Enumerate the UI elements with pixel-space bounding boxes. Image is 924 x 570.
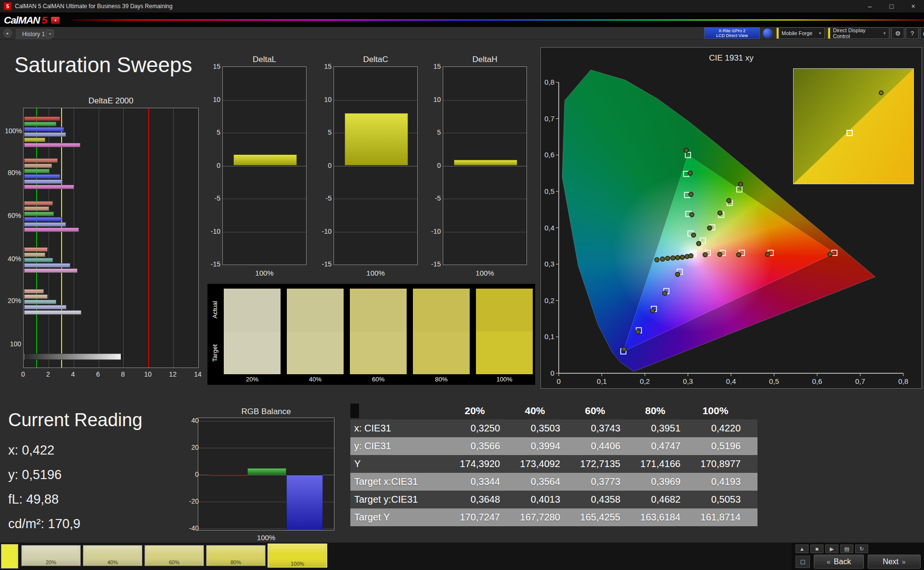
refresh-icon[interactable]: ↻ [855, 545, 868, 553]
page-title: Saturation Sweeps [14, 53, 192, 77]
cie-measured-point [718, 252, 722, 256]
target-swatch [476, 331, 533, 374]
meter-button[interactable]: X-Rite i1Pro 2 LCD Direct View [704, 27, 760, 39]
reading-fl: fL: 49,88 [8, 492, 142, 507]
cie-measured-point [688, 171, 692, 176]
row-label: Y [350, 455, 445, 473]
eject-icon[interactable]: ▲ [796, 545, 808, 553]
print-icon[interactable]: ▤ [840, 545, 853, 553]
svg-text:0,6: 0,6 [812, 377, 822, 385]
cie-title: CIE 1931 xy [541, 53, 922, 63]
meter-badge-icon[interactable] [762, 28, 773, 38]
delta-c-title: DeltaC [334, 55, 418, 64]
y-tick-label: -15 [315, 260, 332, 268]
active-color-patch [1, 544, 18, 569]
gridline [123, 108, 124, 367]
close-button[interactable]: × [902, 0, 924, 13]
gridline [223, 133, 306, 133]
delta-c-panel: DeltaC 100% 151050-5-10-15 [313, 54, 425, 284]
saturation-level-label: 60% [5, 212, 21, 219]
x-tick-label: 10 [141, 370, 154, 378]
pattern-window-button[interactable]: □ [796, 556, 810, 568]
saturation-level-label: 40% [5, 255, 21, 263]
gridline [443, 133, 526, 133]
gridline [173, 108, 174, 367]
cie-measured-point [703, 253, 707, 257]
cie-measured-point [696, 241, 701, 246]
chevron-down-icon: ▼ [880, 31, 889, 36]
table-row-fill [745, 473, 757, 491]
table-row-fill [745, 455, 757, 473]
y-tick-label: -5 [315, 194, 332, 202]
table-cell: 0,3564 [505, 473, 565, 491]
delta-e-bar [24, 201, 53, 205]
footer: 20%40%60%80%100% ▲■▶▤↻ □ « Back Next » [0, 542, 924, 570]
delta-e-bar [24, 228, 79, 232]
svg-text:0,8: 0,8 [544, 78, 554, 86]
minimize-button[interactable]: – [859, 0, 881, 13]
meter-line1: X-Rite i1Pro 2 [719, 28, 745, 33]
gridline [334, 232, 417, 232]
delta-l-panel: DeltaL 100% 151050-5-10-15 [202, 54, 314, 284]
y-tick-label: -15 [204, 260, 220, 268]
cie-measured-point [689, 253, 693, 258]
svg-text:0,7: 0,7 [855, 377, 865, 385]
delta-e-bar [24, 143, 80, 147]
logo-dropdown[interactable]: ▾ [51, 17, 60, 24]
swatch-column: 20% [224, 289, 281, 383]
delta-c-xlabel: 100% [334, 269, 418, 277]
cie-measured-point [680, 255, 684, 259]
target-swatch [350, 331, 407, 374]
delta-h-bar [454, 160, 517, 165]
table-row-fill [745, 491, 757, 508]
table-cell: 0,4682 [625, 491, 685, 508]
y-tick-label: 15 [204, 63, 220, 70]
help-button[interactable]: ? [906, 27, 919, 39]
cie-panel: 00,10,20,30,40,50,60,70,800,10,20,30,40,… [540, 47, 922, 389]
delta-c-plot [334, 66, 418, 265]
delta-h-xlabel: 100% [443, 269, 527, 277]
footer-swatch-100%[interactable]: 100% [268, 544, 327, 568]
tab-nav-arrow[interactable]: ▸ [3, 29, 12, 38]
footer-swatch-label: 80% [206, 559, 265, 565]
tab-add-button[interactable]: + [46, 30, 54, 38]
table-header-cell: 40% [505, 402, 565, 419]
svg-text:0,8: 0,8 [898, 377, 909, 385]
x-tick-label: 12 [167, 370, 179, 378]
inset-target-square [847, 130, 853, 136]
reading-cdm2: cd/m²: 170,9 [8, 517, 142, 532]
gridline [334, 166, 417, 166]
display-control-button[interactable]: Direct Display Control ▼ [828, 27, 889, 39]
delta-e-bar [24, 258, 53, 262]
footer-swatch-60%[interactable]: 60% [144, 545, 204, 566]
stop-icon[interactable]: ■ [810, 545, 823, 553]
cie-measured-point [655, 258, 659, 262]
maximize-button[interactable]: □ [881, 0, 902, 13]
play-icon[interactable]: ▶ [825, 545, 838, 553]
delta-e-bar [24, 164, 52, 168]
more-button[interactable]: ▸ [920, 27, 924, 39]
settings-button[interactable]: ⚙ [891, 27, 904, 39]
rgb-balance-plot [198, 418, 334, 531]
table-row: x: CIE310,32500,35030,37430,39510,4220 [350, 419, 757, 437]
footer-swatch-40%[interactable]: 40% [83, 545, 142, 566]
saturation-level-label: 100% [5, 127, 21, 135]
calman-logo: CalMAN 5 ▾ [4, 14, 60, 26]
footer-swatch-label: 40% [83, 559, 142, 565]
next-button[interactable]: Next » [868, 555, 921, 569]
row-label: y: CIE31 [350, 437, 445, 455]
footer-swatch-80%[interactable]: 80% [206, 545, 266, 566]
reference-line [148, 108, 149, 367]
gridline [334, 199, 417, 199]
y-tick-label: -20 [182, 497, 199, 505]
swatch-column: 40% [287, 289, 344, 383]
table-header-fill [745, 402, 757, 419]
svg-text:0,4: 0,4 [726, 377, 736, 385]
table-row-fill [745, 508, 757, 526]
back-button[interactable]: « Back [814, 555, 864, 569]
chevron-down-icon: ▼ [816, 31, 824, 36]
footer-swatch-20%[interactable]: 20% [21, 545, 81, 566]
svg-text:0,2: 0,2 [640, 377, 650, 385]
table-row-fill [745, 437, 757, 455]
source-button[interactable]: Mobile Forge ▼ [776, 27, 825, 39]
